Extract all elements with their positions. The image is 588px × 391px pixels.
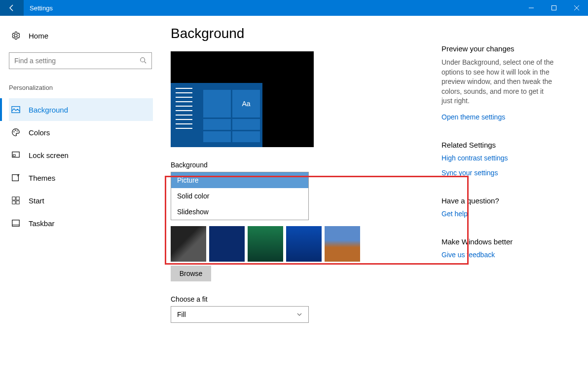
svg-rect-11 — [12, 197, 15, 200]
svg-rect-9 — [13, 155, 16, 156]
taskbar-icon — [10, 219, 22, 228]
fit-dropdown[interactable]: Fill — [171, 306, 309, 323]
preview-sample-text: Aa — [232, 90, 260, 117]
svg-rect-13 — [12, 201, 15, 204]
page-title: Background — [171, 26, 437, 41]
section-label: Personalization — [9, 84, 153, 91]
preview-changes-text: Under Background, select one of the opti… — [441, 58, 555, 106]
get-help-link[interactable]: Get help — [441, 210, 555, 218]
thumbnail-4[interactable] — [286, 226, 322, 262]
desktop-preview: Aa — [171, 51, 314, 147]
dropdown-option-slideshow[interactable]: Slideshow — [171, 204, 308, 220]
svg-rect-1 — [552, 6, 556, 10]
fit-label: Choose a fit — [171, 295, 437, 303]
thumbnail-2[interactable] — [209, 226, 245, 262]
sidebar-item-label: Taskbar — [29, 219, 55, 228]
sidebar-item-background[interactable]: Background — [9, 98, 153, 121]
background-label: Background — [171, 161, 437, 169]
feedback-heading: Make Windows better — [441, 237, 555, 246]
sidebar-item-label: Themes — [29, 174, 55, 182]
window-title: Settings — [30, 4, 53, 12]
svg-point-2 — [141, 57, 145, 62]
give-feedback-link[interactable]: Give us feedback — [441, 251, 555, 259]
maximize-icon — [551, 5, 556, 10]
sidebar-item-themes[interactable]: Themes — [9, 166, 153, 189]
svg-point-5 — [13, 131, 14, 132]
sidebar-item-label: Background — [29, 106, 68, 114]
sidebar-item-colors[interactable]: Colors — [9, 121, 153, 144]
minimize-button[interactable] — [520, 0, 543, 16]
related-settings-heading: Related Settings — [441, 141, 555, 149]
colors-icon — [10, 128, 22, 137]
thumbnail-5[interactable] — [325, 226, 360, 262]
titlebar: Settings — [0, 0, 588, 16]
start-icon — [10, 196, 22, 205]
thumbnail-1[interactable] — [171, 226, 206, 262]
sidebar-item-start[interactable]: Start — [9, 189, 153, 212]
close-icon — [574, 5, 579, 10]
open-theme-link[interactable]: Open theme settings — [441, 113, 555, 121]
sidebar-item-taskbar[interactable]: Taskbar — [9, 212, 153, 235]
picture-thumbnails — [171, 226, 437, 262]
fit-value: Fill — [177, 311, 186, 318]
content-area: Background Aa Background Picture Solid c… — [153, 16, 437, 391]
svg-rect-15 — [12, 220, 19, 227]
preview-changes-heading: Preview your changes — [441, 44, 555, 53]
home-label: Home — [29, 32, 48, 40]
svg-point-7 — [17, 130, 18, 131]
search-input[interactable] — [14, 57, 140, 65]
sidebar-item-label: Lock screen — [29, 151, 69, 159]
gear-icon — [10, 31, 22, 40]
background-dropdown-open[interactable]: Picture Solid color Slideshow — [171, 172, 309, 220]
dropdown-option-picture[interactable]: Picture — [171, 172, 308, 188]
question-heading: Have a question? — [441, 196, 555, 205]
window-controls — [520, 0, 588, 16]
arrow-left-icon — [8, 4, 16, 12]
sidebar-item-lockscreen[interactable]: Lock screen — [9, 144, 153, 166]
high-contrast-link[interactable]: High contrast settings — [441, 154, 555, 162]
sync-settings-link[interactable]: Sync your settings — [441, 169, 555, 177]
background-icon — [10, 105, 22, 114]
svg-rect-14 — [16, 201, 19, 204]
home-button[interactable]: Home — [9, 26, 153, 45]
search-icon — [140, 57, 147, 65]
sidebar-item-label: Colors — [29, 128, 50, 137]
minimize-icon — [529, 5, 534, 10]
sidebar: Home Personalization Background Colors L… — [0, 16, 153, 391]
search-box[interactable] — [9, 52, 152, 69]
lockscreen-icon — [10, 151, 22, 159]
chevron-down-icon — [296, 312, 302, 317]
close-button[interactable] — [565, 0, 588, 16]
back-button[interactable] — [0, 0, 24, 16]
sidebar-item-label: Start — [29, 196, 44, 205]
dropdown-option-solidcolor[interactable]: Solid color — [171, 188, 308, 204]
svg-point-6 — [15, 130, 16, 131]
maximize-button[interactable] — [543, 0, 565, 16]
svg-rect-12 — [16, 197, 19, 200]
svg-line-3 — [145, 61, 147, 63]
themes-icon — [10, 173, 22, 182]
thumbnail-3[interactable] — [248, 226, 283, 262]
right-panel: Preview your changes Under Background, s… — [437, 16, 565, 391]
browse-button[interactable]: Browse — [171, 266, 211, 281]
